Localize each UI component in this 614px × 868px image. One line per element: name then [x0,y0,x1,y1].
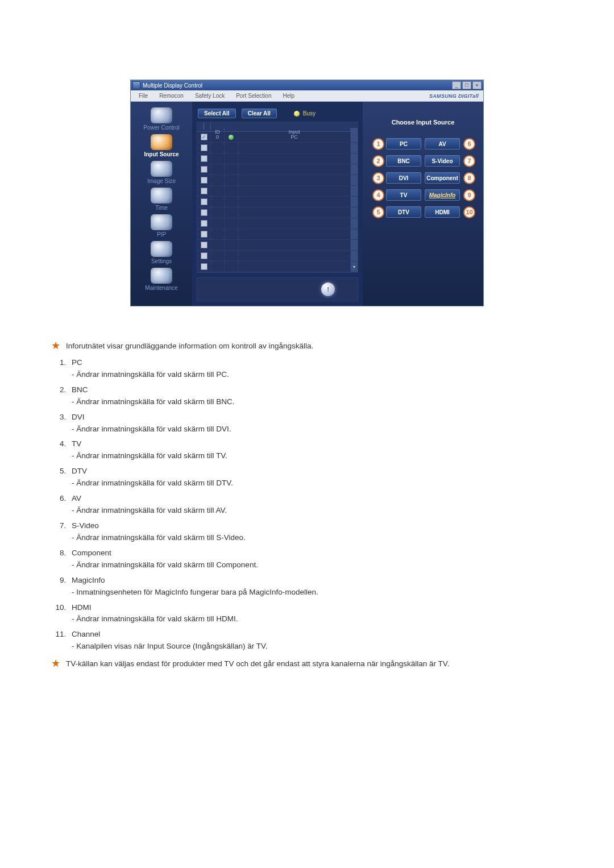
display-grid: ID Input ▴ 0PC▾ [197,122,358,273]
row-checkbox[interactable] [201,242,208,248]
row-input: PC [238,132,351,142]
source-bnc-button[interactable]: BNC [386,155,421,167]
doc-item: ComponentÄndrar inmatningskälla för vald… [68,547,563,571]
source-tv-button[interactable]: TV [386,189,421,201]
table-row[interactable] [197,153,358,164]
row-checkbox[interactable] [201,231,208,238]
row-id [211,240,225,250]
table-row[interactable] [197,197,358,207]
sidebar-item-maintenance[interactable]: Maintenance [135,268,188,291]
clear-all-button[interactable]: Clear All [242,109,277,118]
row-id [211,229,225,239]
row-input [238,186,351,196]
doc-item-title: MagicInfo [72,576,105,584]
sidebar-icon [151,268,172,284]
callout-badge: 3 [372,172,384,184]
table-row[interactable] [197,175,358,186]
callout-badge: 8 [463,172,475,184]
scroll-icon[interactable]: ▾ [353,264,355,269]
source-dvi-button[interactable]: DVI [386,172,421,184]
doc-item-title: DTV [72,467,87,475]
table-row[interactable] [197,240,358,251]
sidebar-item-input-source[interactable]: Input Source [135,134,188,157]
row-input [238,164,351,175]
callout-badge: 7 [463,155,475,167]
doc-item-desc: Ändrar inmatningskälla för vald skärm ti… [72,450,563,462]
doc-item-desc: Inmatningsenheten för MagicInfo fungerar… [72,587,563,599]
row-checkbox[interactable] [201,166,208,173]
busy-indicator: Busy [294,110,316,117]
table-row[interactable] [197,218,358,229]
menu-help[interactable]: Help [279,92,298,100]
row-checkbox[interactable] [201,188,208,194]
window-close-button[interactable]: × [472,81,482,89]
source-av-button[interactable]: AV [425,138,460,149]
row-input [238,251,351,261]
toolbar: Select All Clear All Busy [192,102,363,122]
callout-badge: 5 [372,206,384,218]
table-row[interactable] [197,251,358,261]
menu-safety-lock[interactable]: Safety Lock [192,92,228,100]
row-id [211,261,225,272]
doc-item: S-VideoÄndrar inmatningskälla för vald s… [68,520,563,544]
row-checkbox[interactable] [201,198,208,205]
window-maximize-button[interactable]: □ [462,81,471,89]
sidebar-item-label: PIP [135,231,188,238]
doc-item: DTVÄndrar inmatningskälla för vald skärm… [68,466,563,489]
row-checkbox[interactable] [201,177,208,184]
row-id [211,153,225,164]
doc-outro: TV-källan kan väljas endast för produkte… [66,658,449,670]
row-checkbox[interactable] [201,155,208,162]
sidebar-icon [151,107,172,123]
sidebar-item-settings[interactable]: Settings [135,241,188,264]
row-input [238,197,351,207]
busy-icon [294,111,300,117]
table-row[interactable] [197,143,358,153]
sidebar-item-label: Input Source [135,151,188,157]
sidebar-icon [151,161,172,177]
row-checkbox[interactable] [201,263,208,270]
sidebar-item-power-control[interactable]: Power Control [135,107,188,131]
row-input [238,207,351,218]
table-row[interactable] [197,229,358,240]
doc-explanation: ★ Inforutnätet visar grundläggande infor… [51,340,563,670]
doc-item-title: Channel [72,630,100,638]
panel-title: Choose Input Source [366,119,480,126]
row-checkbox[interactable] [201,220,208,227]
doc-item-desc: Ändrar inmatningskälla för vald skärm ti… [72,396,563,408]
row-checkbox[interactable] [201,252,208,259]
menu-port-selection[interactable]: Port Selection [233,92,275,100]
window-minimize-button[interactable]: _ [452,81,461,89]
menu-remocon[interactable]: Remocon [156,92,187,100]
select-all-button[interactable]: Select All [198,109,236,118]
doc-item-title: BNC [72,385,88,394]
table-row[interactable]: 0PC [197,132,358,143]
table-row[interactable] [197,164,358,175]
sidebar-item-pip[interactable]: PIP [135,214,188,238]
callout-badge: 6 [463,138,475,150]
source-pc-button[interactable]: PC [386,138,421,149]
row-id [211,186,225,196]
source-hdmi-button[interactable]: HDMI [425,206,460,218]
source-s-video-button[interactable]: S-Video [425,155,460,167]
doc-item: BNCÄndrar inmatningskälla för vald skärm… [68,384,563,408]
table-row[interactable] [197,186,358,197]
source-component-button[interactable]: Component [425,172,460,184]
row-checkbox[interactable] [201,144,208,151]
callout-badge: 9 [463,189,475,201]
table-row[interactable]: ▾ [197,261,358,272]
callout-badge: 1 [372,138,384,150]
row-checkbox[interactable] [201,209,208,216]
sidebar-item-image-size[interactable]: Image Size [135,161,188,184]
doc-item-title: DVI [72,413,85,421]
table-row[interactable] [197,207,358,218]
menu-file[interactable]: File [135,92,151,100]
row-input [238,261,351,272]
row-id [211,197,225,207]
source-dtv-button[interactable]: DTV [386,206,421,218]
row-checkbox[interactable] [201,134,208,140]
sidebar-icon [151,188,172,203]
callout-badge: 10 [463,206,475,218]
source-magicinfo-button[interactable]: MagicInfo [425,189,460,201]
sidebar-item-time[interactable]: Time [135,188,188,211]
